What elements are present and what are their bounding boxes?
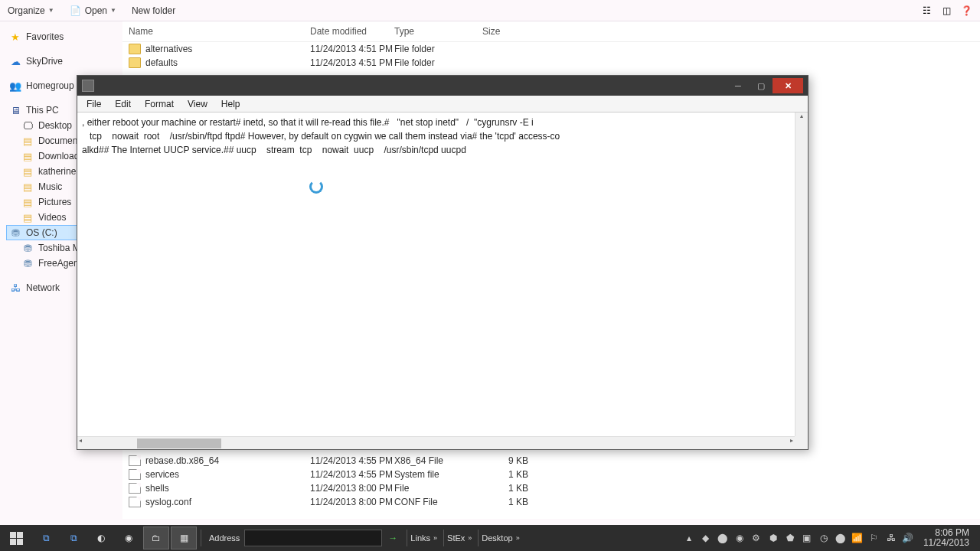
network-icon: 🖧 bbox=[9, 282, 21, 294]
tray-up-icon[interactable]: ▴ bbox=[683, 532, 695, 544]
tray-icon[interactable]: ◉ bbox=[733, 532, 746, 544]
tray-icon[interactable]: ⬟ bbox=[784, 532, 796, 544]
pc-icon: 🖥 bbox=[9, 104, 21, 116]
folder-icon: ▤ bbox=[21, 196, 34, 208]
file-icon bbox=[129, 483, 141, 494]
task-explorer[interactable]: 🗀 bbox=[143, 527, 169, 549]
tray-icon[interactable]: ⬤ bbox=[835, 532, 847, 544]
task-notepad[interactable]: ▦ bbox=[171, 527, 197, 549]
task-powershell[interactable]: ⧉ bbox=[33, 527, 59, 549]
file-row[interactable]: syslog.conf11/24/2013 8:00 PMCONF File1 … bbox=[122, 495, 980, 509]
notepad-window: ─ ▢ ✕ File Edit Format View Help , eithe… bbox=[77, 75, 808, 450]
homegroup-icon: 👥 bbox=[9, 80, 21, 92]
links-label[interactable]: Links bbox=[410, 533, 430, 543]
drive-icon: ⛃ bbox=[21, 242, 34, 254]
busy-cursor-icon bbox=[309, 180, 323, 194]
notepad-icon bbox=[82, 80, 94, 92]
maximize-button[interactable]: ▢ bbox=[750, 78, 773, 93]
desktop-icon: 🖵 bbox=[21, 119, 34, 132]
stex-label[interactable]: StEx bbox=[447, 533, 465, 543]
desktop-label[interactable]: Desktop bbox=[482, 533, 512, 543]
folder-icon: ▤ bbox=[21, 150, 34, 162]
menu-view[interactable]: View bbox=[181, 97, 214, 111]
tray-icon[interactable]: ⚙ bbox=[750, 532, 763, 544]
taskbar-clock[interactable]: 8:06 PM 11/24/2013 bbox=[919, 528, 974, 548]
tray-volume-icon[interactable]: 🔊 bbox=[902, 532, 914, 544]
menu-format[interactable]: Format bbox=[139, 97, 180, 111]
tray-icon[interactable]: ⬢ bbox=[767, 532, 779, 544]
tray-icon[interactable]: ◆ bbox=[700, 532, 712, 544]
address-input[interactable] bbox=[244, 530, 382, 546]
folder-icon: ▤ bbox=[21, 135, 34, 147]
task-app[interactable]: ◐ bbox=[88, 527, 114, 549]
file-row[interactable]: alternatives11/24/2013 4:51 PMFile folde… bbox=[122, 42, 980, 56]
cloud-icon: ☁ bbox=[9, 55, 21, 67]
file-row[interactable]: shells11/24/2013 8:00 PMFile1 KB bbox=[122, 481, 980, 495]
drive-icon: ⛃ bbox=[21, 257, 34, 269]
windows-logo-icon bbox=[10, 532, 23, 545]
taskbar: ⧉ ⧉ ◐ ◉ 🗀 ▦ Address → Links » StEx » Des… bbox=[0, 525, 980, 551]
folder-icon bbox=[129, 57, 141, 68]
sidebar-favorites[interactable]: ★Favorites bbox=[6, 29, 116, 44]
menu-file[interactable]: File bbox=[80, 97, 107, 111]
vertical-scrollbar[interactable] bbox=[795, 112, 808, 437]
address-label: Address bbox=[209, 533, 240, 543]
folder-icon bbox=[129, 44, 141, 54]
drive-icon: ⛃ bbox=[9, 227, 21, 239]
task-chrome[interactable]: ◉ bbox=[116, 527, 142, 549]
notepad-titlebar[interactable]: ─ ▢ ✕ bbox=[77, 76, 808, 96]
explorer-toolbar: Organize▼ 📄 Open▼ New folder ☷ ◫ ❓ bbox=[0, 0, 980, 21]
open-button[interactable]: 📄 Open▼ bbox=[70, 5, 116, 17]
notepad-menubar: File Edit Format View Help bbox=[77, 96, 808, 112]
folder-icon: ▤ bbox=[21, 181, 34, 193]
preview-icon[interactable]: ◫ bbox=[940, 5, 952, 17]
tray-flag-icon[interactable]: ⚐ bbox=[868, 532, 880, 544]
view-icon[interactable]: ☷ bbox=[920, 5, 933, 17]
minimize-button[interactable]: ─ bbox=[727, 78, 750, 93]
start-button[interactable] bbox=[0, 525, 32, 551]
tray-icon[interactable]: ⬤ bbox=[717, 532, 729, 544]
tray-icon[interactable]: ▣ bbox=[801, 532, 813, 544]
file-row[interactable]: rebase.db.x86_6411/24/2013 4:55 PMX86_64… bbox=[122, 454, 980, 468]
scrollbar-thumb[interactable] bbox=[137, 439, 221, 448]
file-list-header[interactable]: Name Date modified Type Size bbox=[122, 21, 980, 42]
resize-grip[interactable] bbox=[795, 436, 808, 449]
file-icon bbox=[129, 455, 141, 466]
task-powershell2[interactable]: ⧉ bbox=[60, 527, 87, 549]
tray-network-icon[interactable]: 🖧 bbox=[885, 532, 897, 544]
sidebar-skydrive[interactable]: ☁SkyDrive bbox=[6, 54, 116, 69]
folder-icon: ▤ bbox=[21, 211, 34, 223]
tray-icon[interactable]: ◷ bbox=[818, 532, 830, 544]
file-icon bbox=[129, 497, 141, 507]
go-icon[interactable]: → bbox=[387, 532, 399, 544]
file-icon bbox=[129, 469, 141, 480]
star-icon: ★ bbox=[9, 31, 21, 43]
tray-icon[interactable]: 📶 bbox=[851, 532, 864, 544]
file-row[interactable]: defaults11/24/2013 4:51 PMFile folder bbox=[122, 56, 980, 70]
menu-help[interactable]: Help bbox=[215, 97, 247, 111]
file-row[interactable]: services11/24/2013 4:55 PMSystem file1 K… bbox=[122, 468, 980, 481]
close-button[interactable]: ✕ bbox=[773, 78, 803, 93]
menu-edit[interactable]: Edit bbox=[109, 97, 137, 111]
help-icon[interactable]: ❓ bbox=[960, 5, 972, 17]
open-icon: 📄 bbox=[70, 5, 82, 17]
newfolder-button[interactable]: New folder bbox=[132, 5, 175, 16]
organize-button[interactable]: Organize▼ bbox=[8, 5, 54, 16]
folder-icon: ▤ bbox=[21, 165, 34, 178]
horizontal-scrollbar[interactable] bbox=[77, 436, 795, 449]
system-tray: ▴ ◆ ⬤ ◉ ⚙ ⬢ ⬟ ▣ ◷ ⬤ 📶 ⚐ 🖧 🔊 8:06 PM 11/2… bbox=[683, 528, 980, 548]
notepad-content[interactable]: , either reboot your machine or restart#… bbox=[77, 112, 808, 437]
